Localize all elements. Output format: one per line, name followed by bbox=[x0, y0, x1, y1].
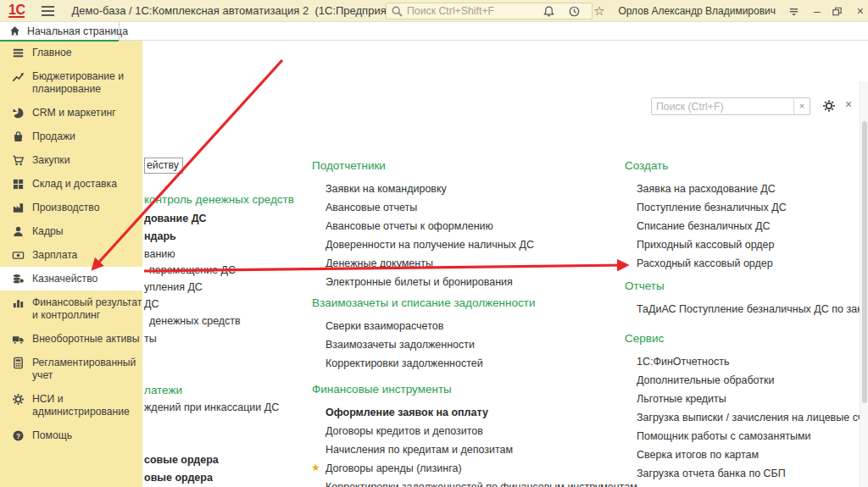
cut-link-fragment[interactable]: совые ордера bbox=[144, 454, 219, 466]
menu-link[interactable]: Договоры кредитов и депозитов bbox=[312, 422, 637, 440]
menu-link[interactable]: Доверенности на получение наличных ДС bbox=[312, 235, 534, 254]
cut-link-fragment[interactable]: денежных средств bbox=[149, 315, 241, 327]
window-restore-button[interactable] bbox=[830, 4, 844, 19]
cut-link-fragment[interactable]: ждений при инкассации ДС bbox=[144, 401, 279, 413]
menu-link[interactable]: Сверка итогов по картам bbox=[625, 445, 868, 464]
cut-link-fragment[interactable]: ты bbox=[144, 333, 157, 345]
menu-link[interactable]: Помощник работы с самозанятыми bbox=[625, 427, 868, 445]
menu-link[interactable]: Авансовые отчеты к оформлению bbox=[312, 217, 534, 235]
menu-link[interactable]: Заявки на командировку bbox=[312, 180, 534, 198]
settings-gear-icon[interactable] bbox=[822, 99, 837, 113]
tab-home-page[interactable]: Начальная страница bbox=[0, 22, 120, 41]
window-minimize-button[interactable]: – bbox=[814, 5, 821, 17]
menu-link[interactable]: Загрузка отчета банка по эквайрингу bbox=[625, 483, 868, 487]
search-icon bbox=[391, 5, 403, 18]
sidebar-item-8[interactable]: Зарплата bbox=[0, 243, 142, 267]
favorites-star-icon[interactable]: ☆ bbox=[593, 4, 607, 19]
titlebar: 1С Демо-база / 1С:Комплексная автоматиза… bbox=[0, 0, 868, 22]
menu-link[interactable]: Поступление безналичных ДС bbox=[625, 198, 787, 217]
sidebar-item-6[interactable]: Производство bbox=[0, 196, 142, 219]
factory-icon bbox=[12, 202, 25, 214]
service-menu-icon[interactable] bbox=[787, 4, 801, 19]
coins-icon bbox=[12, 273, 25, 285]
vertical-scrollbar-thumb[interactable] bbox=[862, 121, 867, 403]
menu-link[interactable]: Корректировки задолженностей по финансов… bbox=[312, 478, 637, 487]
pie-chart-icon bbox=[12, 107, 25, 119]
menu-link[interactable]: Электронные билеты и бронирования bbox=[312, 273, 534, 291]
cut-link-fragment[interactable]: ндарь bbox=[144, 230, 176, 242]
cut-link-fragment[interactable]: ванию bbox=[144, 248, 175, 260]
sidebar-item-5[interactable]: Склад и доставка bbox=[0, 172, 142, 196]
menu-link[interactable]: Денежные документы bbox=[312, 254, 534, 273]
sidebar-item-12[interactable]: Регламентированный учет bbox=[0, 351, 142, 387]
main-menu-hamburger-icon[interactable] bbox=[42, 6, 54, 8]
bag-icon bbox=[12, 130, 25, 143]
content-search[interactable]: × bbox=[651, 97, 810, 115]
sidebar-item-10[interactable]: Финансовый результат и контроллинг bbox=[0, 291, 142, 327]
sidebar-item-label: Склад и доставка bbox=[32, 178, 142, 191]
person-icon bbox=[12, 225, 25, 238]
menu-link[interactable]: Загрузка выписки / зачисления на лицевые… bbox=[625, 408, 868, 427]
menu-link[interactable]: Договоры аренды (лизинга) bbox=[312, 459, 637, 478]
menu-link[interactable]: Сверки взаиморасчетов bbox=[312, 317, 536, 335]
bar-chart-icon bbox=[12, 296, 25, 309]
panel-close-icon[interactable]: × bbox=[845, 97, 852, 111]
current-user[interactable]: Орлов Александр Владимирович bbox=[619, 5, 776, 17]
menu-section: Сервис1С:ФинОтчетностьДополнительные обр… bbox=[625, 332, 868, 487]
cut-link-fragment[interactable]: овые ордера bbox=[144, 472, 213, 484]
1c-logo: 1С bbox=[8, 3, 25, 18]
menu-link[interactable]: Начисления по кредитам и депозитам bbox=[312, 440, 637, 459]
sidebar-item-label: Помощь bbox=[32, 429, 142, 442]
grid-icon bbox=[12, 178, 25, 191]
sidebar-item-1[interactable]: Бюджетирование и планирование bbox=[0, 64, 142, 101]
sidebar-item-label: Продажи bbox=[32, 130, 142, 143]
app-title: Демо-база / 1С:Комплексная автоматизация… bbox=[71, 4, 407, 17]
menu-link[interactable]: Заявка на расходование ДС bbox=[625, 180, 787, 198]
content-search-input[interactable] bbox=[652, 98, 793, 114]
sidebar-item-13[interactable]: НСИ и администрирование bbox=[0, 387, 142, 423]
menu-link[interactable]: ТаДиАС Поступление безналичных ДС по зак… bbox=[625, 300, 868, 318]
section-title: Взаимозачеты и списание задолженности bbox=[312, 296, 536, 309]
cut-link-fragment[interactable]: дование ДС bbox=[144, 213, 207, 224]
menu-link[interactable]: Льготные кредиты bbox=[625, 390, 868, 408]
sidebar-item-4[interactable]: Закупки bbox=[0, 148, 142, 172]
sidebar-item-label: НСИ и администрирование bbox=[32, 393, 142, 418]
history-icon[interactable] bbox=[567, 4, 581, 19]
menu-link[interactable]: Расходный кассовый ордер bbox=[625, 254, 787, 273]
sidebar-item-label: Финансовый результат и контроллинг bbox=[32, 296, 142, 322]
menu-link[interactable]: Загрузка отчета банка по СБП bbox=[625, 464, 868, 483]
cut-link-fragment[interactable]: ДС bbox=[144, 298, 159, 310]
menu-link[interactable]: Авансовые отчеты bbox=[312, 198, 534, 217]
menu-link[interactable]: Оформление заявок на оплату bbox=[312, 403, 637, 422]
cut-link-fragment[interactable]: перемещение ДС bbox=[149, 264, 236, 276]
menu-link[interactable]: Дополнительные обработки bbox=[625, 371, 868, 390]
money-icon bbox=[12, 249, 25, 262]
menu-section: Финансовые инструментыОформление заявок … bbox=[312, 383, 637, 487]
menu-link[interactable]: Корректировки задолженностей bbox=[312, 354, 536, 373]
sidebar-item-label: Главное bbox=[32, 47, 142, 59]
sidebar-item-11[interactable]: Внеоборотные активы bbox=[0, 327, 142, 351]
notifications-bell-icon[interactable] bbox=[542, 4, 556, 19]
menu-section: ОтчетыТаДиАС Поступление безналичных ДС … bbox=[625, 279, 868, 318]
cut-link-fragment[interactable]: ейству bbox=[144, 158, 183, 174]
sidebar-item-0[interactable]: Главное bbox=[0, 41, 142, 64]
sidebar-item-2[interactable]: CRM и маркетинг bbox=[0, 101, 142, 125]
cut-link-fragment[interactable]: латежи bbox=[144, 384, 182, 396]
sidebar-item-3[interactable]: Продажи bbox=[0, 125, 142, 148]
cut-link-fragment[interactable]: контроль денежных средств bbox=[144, 193, 294, 206]
cut-link-fragment[interactable]: упления ДС bbox=[144, 281, 203, 293]
sidebar-item-7[interactable]: Кадры bbox=[0, 219, 142, 243]
menu-link[interactable]: Списание безналичных ДС bbox=[625, 217, 787, 235]
search-clear-button[interactable]: × bbox=[793, 98, 810, 114]
menu-link[interactable]: 1С:ФинОтчетность bbox=[625, 352, 868, 371]
help-icon: ? bbox=[12, 429, 25, 442]
vertical-scrollbar[interactable]: ▼ bbox=[860, 81, 868, 487]
window-close-button[interactable]: × bbox=[857, 5, 864, 17]
menu-link[interactable]: Приходный кассовый ордер bbox=[625, 235, 787, 254]
cart-icon bbox=[12, 154, 25, 167]
sidebar-item-14[interactable]: ?Помощь bbox=[0, 423, 142, 447]
sidebar-item-9[interactable]: Казначейство bbox=[0, 267, 142, 291]
sidebar-item-label: CRM и маркетинг bbox=[32, 107, 142, 119]
menu-link[interactable]: Взаимозачеты задолженности bbox=[312, 335, 536, 354]
home-icon bbox=[9, 25, 20, 40]
